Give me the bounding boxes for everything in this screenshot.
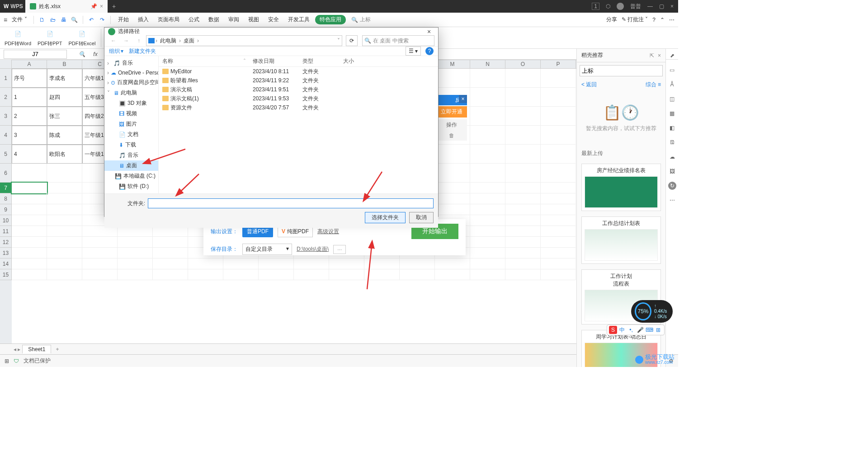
cell[interactable] <box>470 88 505 107</box>
add-sheet-button[interactable]: + <box>53 346 61 352</box>
col-header[interactable]: M <box>435 60 470 68</box>
tree-node[interactable]: ›🎵音乐 <box>104 58 158 68</box>
ribbon-tab-start[interactable]: 开始 <box>114 15 132 24</box>
cancel-button[interactable]: 取消 <box>409 212 434 223</box>
cell[interactable] <box>118 258 153 269</box>
grid-icon[interactable]: ⊞ <box>5 358 9 364</box>
row-header[interactable]: 5 <box>0 145 12 164</box>
row-header[interactable]: 10 <box>0 215 12 226</box>
cell[interactable] <box>435 204 470 215</box>
ime-toolbar[interactable]: S 中 •, 🎤 ⌨ ⊞ <box>607 324 665 335</box>
template-card-1[interactable]: 房产经纪业绩排名表 <box>581 164 661 211</box>
cell[interactable] <box>47 215 82 226</box>
cell[interactable] <box>82 269 118 280</box>
cell[interactable] <box>329 258 364 269</box>
cell[interactable] <box>505 145 541 164</box>
nav-refresh-icon[interactable]: ⟳ <box>346 35 358 46</box>
close-tab-icon[interactable]: × <box>100 3 103 9</box>
more-icon[interactable]: ⋯ <box>669 17 675 23</box>
cell[interactable] <box>12 164 47 183</box>
cell[interactable] <box>329 269 364 280</box>
badge[interactable]: 1 <box>592 3 599 10</box>
cell[interactable] <box>82 237 118 248</box>
file-row[interactable]: 演示文稿2023/4/11 9:51文件夹 <box>159 85 438 94</box>
cell[interactable] <box>505 204 541 215</box>
col-header[interactable]: B <box>47 60 82 68</box>
cell[interactable] <box>12 204 47 215</box>
share-button[interactable]: 分享 <box>606 16 617 24</box>
cell[interactable] <box>259 269 294 280</box>
tree-node[interactable]: ⬇下载 <box>104 140 158 150</box>
ime-symbol-icon[interactable]: •, <box>627 326 635 334</box>
cell[interactable] <box>541 204 576 215</box>
ribbon-tab-insert[interactable]: 插入 <box>134 15 152 24</box>
cell[interactable] <box>188 269 223 280</box>
cell[interactable] <box>470 164 505 183</box>
tree-node[interactable]: 🎵音乐 <box>104 150 158 160</box>
cell[interactable]: 陈成 <box>47 126 82 145</box>
organize-menu[interactable]: 组织 ▾ <box>109 47 123 55</box>
cell[interactable]: 李成名 <box>47 69 82 88</box>
tree-node[interactable]: 💾软件 (D:) <box>104 181 158 192</box>
ime-grid-icon[interactable]: ⊞ <box>654 326 662 334</box>
dialog-search[interactable]: 🔍 在 桌面 中搜索 <box>362 35 434 46</box>
cell[interactable] <box>470 226 505 237</box>
cell[interactable]: 张三 <box>47 107 82 126</box>
cell[interactable] <box>505 126 541 145</box>
image-icon[interactable]: 🖼 <box>668 167 676 175</box>
cell[interactable]: 序号 <box>12 69 47 88</box>
file-row[interactable]: 资源文件2023/4/20 7:57文件夹 <box>159 103 438 112</box>
cell[interactable] <box>364 258 400 269</box>
username[interactable]: 普普 <box>630 3 641 10</box>
link-icon[interactable]: 🖻 <box>668 138 676 146</box>
cell[interactable] <box>505 193 541 204</box>
cell[interactable] <box>505 248 541 258</box>
speed-widget[interactable]: 75% ↑ 0.4K/s ↓ 0K/s <box>631 300 673 323</box>
row-header[interactable]: 6 <box>0 164 12 183</box>
document-tab[interactable]: 姓名.xlsx 📌 × <box>25 0 108 13</box>
cursor-icon[interactable]: ⬈ <box>668 52 676 60</box>
row-header[interactable]: 4 <box>0 126 12 145</box>
breadcrumb[interactable]: › 此电脑› 桌面› ˅ <box>146 35 342 46</box>
cell[interactable] <box>541 193 576 204</box>
cell[interactable] <box>47 237 82 248</box>
cell[interactable] <box>82 248 118 258</box>
cell[interactable] <box>400 269 435 280</box>
new-tab-button[interactable]: + <box>108 3 120 10</box>
gift-icon[interactable]: ⬡ <box>606 3 610 9</box>
pdf-to-word-button[interactable]: 📄 PDF转Word <box>2 28 34 47</box>
ribbon-tab-security[interactable]: 安全 <box>264 15 283 24</box>
fx-icon[interactable]: 🔍 <box>75 51 89 57</box>
cell[interactable] <box>435 258 470 269</box>
preview-icon[interactable]: 🔍 <box>70 15 79 24</box>
cell[interactable] <box>153 258 188 269</box>
cell[interactable] <box>505 237 541 248</box>
cell[interactable] <box>188 258 223 269</box>
cell[interactable]: 4 <box>12 145 47 164</box>
cell[interactable] <box>541 107 576 126</box>
cell[interactable]: 3 <box>12 126 47 145</box>
cell[interactable] <box>153 237 188 248</box>
tree-node[interactable]: 🖥桌面 <box>104 160 158 171</box>
file-menu[interactable]: 文件 ˅ <box>9 15 29 24</box>
cell[interactable] <box>223 258 259 269</box>
pdf-to-ppt-button[interactable]: 📄 PDF转PPT <box>35 28 65 47</box>
select-icon[interactable]: ▭ <box>668 66 676 74</box>
pdf-to-excel-button[interactable]: 📄 PDF转Excel <box>66 28 99 47</box>
ribbon-tab-special[interactable]: 特色应用 <box>315 15 346 24</box>
cell[interactable] <box>470 215 505 226</box>
file-row[interactable]: MyEditor2023/4/10 8:11文件夹 <box>159 67 438 76</box>
cell[interactable] <box>505 183 541 193</box>
cell[interactable] <box>223 269 259 280</box>
ribbon-search[interactable]: 🔍 上标 <box>351 16 371 24</box>
tree-node[interactable]: 💾本地磁盘 (C:) <box>104 171 158 181</box>
cell[interactable] <box>118 269 153 280</box>
cell[interactable] <box>12 269 47 280</box>
cell[interactable]: 赵四 <box>47 88 82 107</box>
cell[interactable] <box>12 237 47 248</box>
template-card-2[interactable]: 工作总结计划表 <box>581 216 661 264</box>
cell[interactable] <box>470 183 505 193</box>
name-box[interactable] <box>4 50 67 59</box>
member-close-icon[interactable]: × <box>459 95 467 103</box>
sheet-tab-1[interactable]: Sheet1 <box>22 345 51 353</box>
